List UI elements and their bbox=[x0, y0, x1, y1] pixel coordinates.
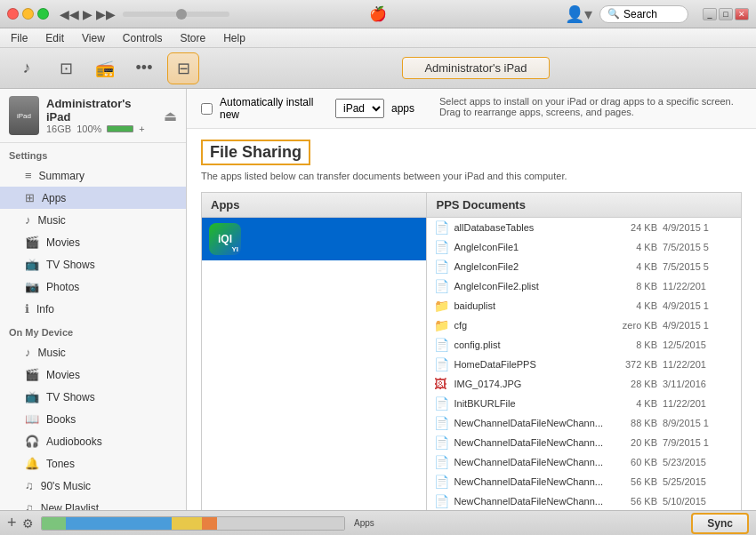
doc-item[interactable]: 🖼 IMG_0174.JPG 28 KB 3/11/2016 bbox=[427, 374, 741, 394]
auto-install-checkbox[interactable] bbox=[201, 103, 213, 115]
forward-button[interactable]: ▶▶ bbox=[96, 7, 116, 21]
menu-controls[interactable]: Controls bbox=[119, 30, 166, 46]
doc-item[interactable]: 📁 baiduplist 4 KB 4/9/2015 1 bbox=[427, 296, 741, 315]
device-icon: iPad bbox=[9, 96, 39, 135]
doc-size: 20 KB bbox=[608, 437, 657, 448]
menu-help[interactable]: Help bbox=[220, 30, 249, 46]
doc-type-icon: 📁 bbox=[434, 299, 448, 313]
sidebar-item-info[interactable]: ℹ Info bbox=[0, 298, 186, 320]
doc-item[interactable]: 📄 InitBKURLFile 4 KB 11/22/201 bbox=[427, 394, 741, 413]
sidebar-item-device-90smusic[interactable]: ♫ 90's Music bbox=[0, 475, 186, 497]
doc-item[interactable]: 📄 NewChannelDataFileNewChann... 56 KB 5/… bbox=[427, 491, 741, 510]
settings-gear-button[interactable]: ⚙ bbox=[22, 516, 34, 531]
add-button[interactable]: + bbox=[7, 514, 17, 532]
doc-item[interactable]: 📄 AngleIconFile2 4 KB 7/5/2015 5 bbox=[427, 257, 741, 276]
playback-progress[interactable] bbox=[123, 12, 229, 17]
doc-name: AngleIconFile1 bbox=[454, 242, 603, 252]
sidebar-item-photos[interactable]: 📷 Photos bbox=[0, 275, 186, 298]
doc-date: 5/23/2015 bbox=[663, 457, 734, 467]
sidebar-item-label: Photos bbox=[46, 281, 79, 293]
doc-size: 60 KB bbox=[608, 457, 657, 467]
win-restore-btn[interactable]: □ bbox=[719, 8, 733, 20]
doc-item[interactable]: 📄 NewChannelDataFileNewChann... 20 KB 7/… bbox=[427, 433, 741, 452]
back-button[interactable]: ◀◀ bbox=[60, 7, 79, 21]
sidebar-item-label: New Playlist bbox=[41, 502, 99, 511]
apps-list: iQI YI bbox=[202, 218, 426, 510]
podcast-toolbar-btn[interactable]: 📻 bbox=[89, 52, 121, 84]
doc-item[interactable]: 📁 cfg zero KB 4/9/2015 1 bbox=[427, 315, 741, 335]
device-tvshows-icon: 📺 bbox=[25, 390, 39, 403]
device-tab[interactable]: Administrator's iPad bbox=[402, 57, 549, 79]
bottom-bar: + ⚙ Apps Sync bbox=[0, 510, 756, 535]
doc-date: 4/9/2015 1 bbox=[663, 320, 734, 331]
sidebar-item-device-tones[interactable]: 🔔 Tones bbox=[0, 452, 186, 475]
doc-name: config.plist bbox=[454, 339, 603, 350]
doc-item[interactable]: 📄 AngleIconFile2.plist 8 KB 11/22/201 bbox=[427, 276, 741, 296]
doc-item[interactable]: 📄 NewChannelDataFileNewChann... 88 KB 8/… bbox=[427, 413, 741, 433]
apps-icon: ⊞ bbox=[25, 191, 35, 204]
sidebar-item-movies[interactable]: 🎬 Movies bbox=[0, 231, 186, 253]
doc-name: allDatabaseTables bbox=[454, 222, 603, 233]
maximize-button[interactable] bbox=[37, 8, 49, 20]
sidebar-item-label: Music bbox=[38, 347, 66, 359]
menu-view[interactable]: View bbox=[78, 30, 109, 46]
doc-type-icon: 📄 bbox=[434, 416, 448, 430]
sidebar-item-device-tvshows[interactable]: 📺 TV Shows bbox=[0, 386, 186, 408]
file-sharing-section: File Sharing The apps listed below can t… bbox=[187, 129, 756, 510]
battery-plus: + bbox=[139, 124, 144, 134]
close-button[interactable] bbox=[7, 8, 19, 20]
doc-item[interactable]: 📄 HomeDataFilePPS 372 KB 11/22/201 bbox=[427, 355, 741, 374]
window-controls bbox=[7, 8, 49, 20]
doc-item[interactable]: 📄 allDatabaseTables 24 KB 4/9/2015 1 bbox=[427, 218, 741, 237]
auto-install-select[interactable]: iPad bbox=[335, 99, 384, 118]
play-button[interactable]: ▶ bbox=[83, 7, 92, 21]
search-box[interactable]: 🔍 Search bbox=[599, 5, 688, 23]
app-item-iqiyi[interactable]: iQI YI bbox=[202, 218, 426, 260]
sidebar-item-label: Summary bbox=[39, 170, 84, 182]
doc-size: 8 KB bbox=[608, 281, 657, 291]
apple-logo: 🍎 bbox=[369, 5, 387, 22]
doc-size: 24 KB bbox=[608, 222, 657, 233]
menu-file[interactable]: File bbox=[7, 30, 31, 46]
sidebar-item-label: Movies bbox=[46, 236, 80, 249]
device-meta: 16GB 100% + bbox=[46, 124, 157, 134]
sidebar-item-device-books[interactable]: 📖 Books bbox=[0, 408, 186, 430]
main-layout: iPad Administrator's iPad 16GB 100% + ⏏ … bbox=[0, 89, 756, 510]
music-toolbar-btn[interactable]: ♪ bbox=[11, 52, 43, 84]
doc-date: 11/22/201 bbox=[663, 281, 734, 291]
sidebar-item-music[interactable]: ♪ Music bbox=[0, 209, 186, 231]
doc-date: 12/5/2015 bbox=[663, 339, 734, 350]
menu-store[interactable]: Store bbox=[177, 30, 210, 46]
sidebar-item-label: Books bbox=[46, 413, 76, 426]
sync-button[interactable]: Sync bbox=[691, 513, 749, 534]
transport-controls: ◀◀ ▶ ▶▶ bbox=[60, 7, 116, 21]
doc-item[interactable]: 📄 config.plist 8 KB 12/5/2015 bbox=[427, 335, 741, 355]
sidebar-item-tvshows[interactable]: 📺 TV Shows bbox=[0, 253, 186, 275]
device-movies-icon: 🎬 bbox=[25, 368, 39, 381]
sidebar-item-device-music[interactable]: ♪ Music bbox=[0, 341, 186, 363]
doc-type-icon: 🖼 bbox=[434, 377, 448, 391]
summary-icon: ≡ bbox=[25, 169, 32, 182]
menubar: File Edit View Controls Store Help bbox=[0, 28, 756, 48]
sidebar-item-device-newplaylist[interactable]: ♫ New Playlist bbox=[0, 497, 186, 510]
win-close-btn[interactable]: ✕ bbox=[735, 8, 749, 20]
doc-item[interactable]: 📄 NewChannelDataFileNewChann... 56 KB 5/… bbox=[427, 472, 741, 491]
menu-edit[interactable]: Edit bbox=[42, 30, 68, 46]
video-toolbar-btn[interactable]: ⊡ bbox=[50, 52, 82, 84]
account-icon[interactable]: 👤▾ bbox=[565, 4, 592, 24]
doc-name: HomeDataFilePPS bbox=[454, 359, 603, 370]
ipad-toolbar-btn[interactable]: ⊟ bbox=[167, 52, 199, 84]
win-minimize-btn[interactable]: _ bbox=[703, 8, 717, 20]
doc-date: 7/9/2015 1 bbox=[663, 437, 734, 448]
doc-item[interactable]: 📄 AngleIconFile1 4 KB 7/5/2015 5 bbox=[427, 237, 741, 257]
sidebar-item-device-movies[interactable]: 🎬 Movies bbox=[0, 363, 186, 386]
doc-size: 4 KB bbox=[608, 300, 657, 311]
minimize-button[interactable] bbox=[22, 8, 34, 20]
eject-icon[interactable]: ⏏ bbox=[164, 108, 177, 124]
doc-item[interactable]: 📄 NewChannelDataFileNewChann... 60 KB 5/… bbox=[427, 452, 741, 472]
doc-type-icon: 📄 bbox=[434, 475, 448, 489]
sidebar-item-apps[interactable]: ⊞ Apps bbox=[0, 187, 186, 209]
sidebar-item-summary[interactable]: ≡ Summary bbox=[0, 164, 186, 187]
more-toolbar-btn[interactable]: ••• bbox=[128, 52, 160, 84]
sidebar-item-device-audiobooks[interactable]: 🎧 Audiobooks bbox=[0, 430, 186, 452]
